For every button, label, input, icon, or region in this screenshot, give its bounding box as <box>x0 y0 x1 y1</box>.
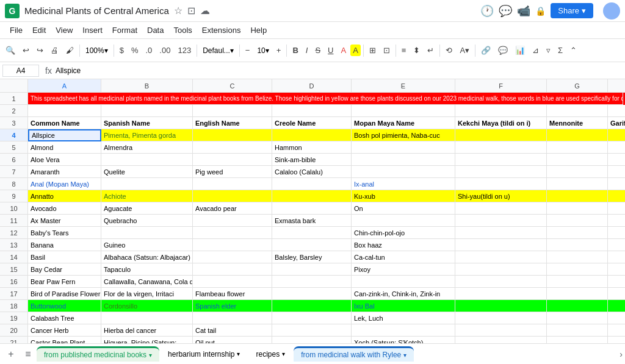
cell-9h[interactable] <box>608 190 625 202</box>
row-num-11[interactable]: 11 <box>0 215 27 227</box>
row-num-6[interactable]: 6 <box>0 154 27 166</box>
search-icon[interactable]: 🔍 <box>2 43 18 57</box>
cell-4d[interactable] <box>272 129 352 141</box>
cell-15g[interactable] <box>547 263 608 276</box>
cell-20e[interactable] <box>352 324 455 337</box>
cell-1a[interactable]: This spreadsheet has all medicinal plant… <box>28 93 623 105</box>
cell-4g[interactable] <box>547 129 608 141</box>
row-num-12[interactable]: 12 <box>0 227 27 239</box>
menu-view[interactable]: View <box>51 26 78 35</box>
row-num-19[interactable]: 19 <box>0 312 27 324</box>
cell-12g[interactable] <box>547 227 608 239</box>
row-num-8[interactable]: 8 <box>0 178 27 190</box>
filter-views-icon[interactable]: ▿ <box>543 43 554 57</box>
cell-7b[interactable]: Quelite <box>101 166 193 178</box>
more-text-icon[interactable]: A▾ <box>457 43 472 57</box>
menu-insert[interactable]: Insert <box>78 26 107 35</box>
cell-10f[interactable] <box>455 202 547 215</box>
cell-18f[interactable] <box>455 300 547 312</box>
row-num-20[interactable]: 20 <box>0 324 27 337</box>
align-left-icon[interactable]: ≡ <box>399 43 410 57</box>
cell-9a[interactable]: Annatto <box>28 190 101 202</box>
col-header-a[interactable]: A <box>28 79 101 92</box>
highlight-color-icon[interactable]: A <box>350 45 361 56</box>
cell-19h[interactable] <box>608 312 625 324</box>
cell-13f[interactable] <box>455 239 547 251</box>
cell-13a[interactable]: Banana <box>28 239 101 251</box>
row-num-4[interactable]: 4 <box>0 129 27 141</box>
comments-icon[interactable]: 💬 <box>499 4 512 18</box>
expand-icon[interactable]: ⌃ <box>567 43 580 57</box>
cell-17e[interactable]: Can-zink-in, Chink-in, Zink-in <box>352 288 455 300</box>
cell-12f[interactable] <box>455 227 547 239</box>
cell-20g[interactable] <box>547 324 608 337</box>
cell-11b[interactable]: Quebracho <box>101 215 193 227</box>
cell-2a[interactable] <box>28 105 101 117</box>
cell-7a[interactable]: Amaranth <box>28 166 101 178</box>
row-num-1[interactable]: 1 <box>0 93 27 105</box>
cell-10g[interactable] <box>547 202 608 215</box>
cell-9f[interactable]: Shi-yau(tildi on u) <box>455 190 547 202</box>
cell-16h[interactable] <box>608 276 625 288</box>
cell-13e[interactable]: Box haaz <box>352 239 455 251</box>
functions-icon[interactable]: Σ <box>555 43 566 57</box>
cell-17a[interactable]: Bird of Paradise Flower <box>28 288 101 300</box>
cell-12b[interactable] <box>101 227 193 239</box>
cell-13h[interactable] <box>608 239 625 251</box>
sheet-tab-3-arrow[interactable]: ▾ <box>282 351 285 357</box>
menu-help[interactable]: Help <box>245 26 272 35</box>
sheet-tab-4-arrow[interactable]: ▾ <box>403 352 406 359</box>
col-header-f[interactable]: F <box>455 79 547 92</box>
cell-21g[interactable] <box>547 337 608 343</box>
redo-icon[interactable]: ↪ <box>34 43 46 57</box>
cell-8e[interactable]: Ix-anal <box>352 178 455 190</box>
cell-5d[interactable]: Hammon <box>272 141 352 154</box>
cell-14g[interactable] <box>547 251 608 263</box>
cell-21f[interactable] <box>455 337 547 343</box>
cell-10h[interactable] <box>608 202 625 215</box>
cell-7c[interactable]: Pig weed <box>193 166 272 178</box>
cell-8d[interactable] <box>272 178 352 190</box>
cell-10b[interactable]: Aguacate <box>101 202 193 215</box>
cell-16b[interactable]: Callawalla, Canawana, Cola de mico, Tall… <box>101 276 193 288</box>
cell-12e[interactable]: Chin-chin-pol-ojo <box>352 227 455 239</box>
cell-21d[interactable] <box>272 337 352 343</box>
cell-10d[interactable] <box>272 202 352 215</box>
cell-reference-input[interactable] <box>2 65 39 77</box>
share-button[interactable]: Share ▾ <box>551 3 593 18</box>
font-size-dropdown[interactable]: 10 ▾ <box>254 45 272 57</box>
sheet-tab-4[interactable]: from medicinal walk with Rylee ▾ <box>294 346 414 362</box>
cell-21a[interactable]: Castor Bean Plant <box>28 337 101 343</box>
cell-18g[interactable] <box>547 300 608 312</box>
cell-6d[interactable]: Sink-am-bible <box>272 154 352 166</box>
print-icon[interactable]: 🖨 <box>48 43 62 57</box>
cell-2c[interactable] <box>193 105 272 117</box>
row-num-18[interactable]: 18 <box>0 300 27 312</box>
cell-9b[interactable]: Achiote <box>101 190 193 202</box>
cell-14f[interactable] <box>455 251 547 263</box>
decimal-dec-icon[interactable]: .0 <box>143 43 156 57</box>
sheet-tab-3[interactable]: recipes ▾ <box>248 348 292 361</box>
cell-19e[interactable]: Lek, Luch <box>352 312 455 324</box>
col-header-e[interactable]: E <box>352 79 455 92</box>
cell-13c[interactable] <box>193 239 272 251</box>
folder-icon[interactable]: ⊡ <box>187 5 195 16</box>
cell-18h[interactable] <box>608 300 625 312</box>
cell-15d[interactable] <box>272 263 352 276</box>
cell-14e[interactable]: Ca-cal-tun <box>352 251 455 263</box>
cell-6b[interactable] <box>101 154 193 166</box>
cell-3b[interactable]: Spanish Name <box>101 117 193 129</box>
cell-13g[interactable] <box>547 239 608 251</box>
sheet-menu-button[interactable]: ≡ <box>20 346 37 363</box>
cell-12h[interactable] <box>608 227 625 239</box>
cell-10c[interactable]: Avacado pear <box>193 202 272 215</box>
cell-11e[interactable] <box>352 215 455 227</box>
cell-5f[interactable] <box>455 141 547 154</box>
cell-16a[interactable]: Bear Paw Fern <box>28 276 101 288</box>
cell-17g[interactable] <box>547 288 608 300</box>
cell-17d[interactable] <box>272 288 352 300</box>
cell-6a[interactable]: Aloe Vera <box>28 154 101 166</box>
italic-icon[interactable]: I <box>303 43 311 57</box>
cell-6f[interactable] <box>455 154 547 166</box>
cell-8b[interactable] <box>101 178 193 190</box>
